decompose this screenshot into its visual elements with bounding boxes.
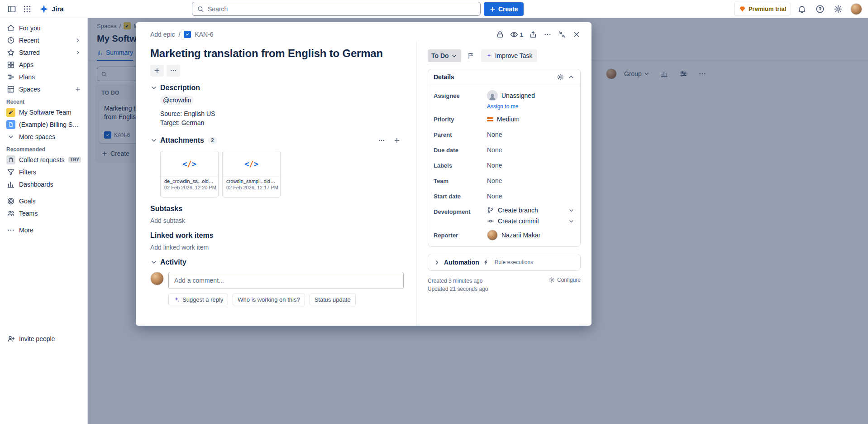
- issue-main-pane: Marketing translation from English to Ge…: [136, 41, 416, 326]
- due-date-value[interactable]: None: [487, 146, 502, 154]
- sidebar-item-starred[interactable]: Starred: [4, 46, 84, 58]
- field-row-parent: Parent None: [428, 127, 580, 142]
- jira-brand[interactable]: Jira: [35, 4, 67, 14]
- improve-task-button[interactable]: Improve Task: [481, 49, 537, 62]
- add-flag-button[interactable]: [465, 49, 477, 62]
- close-icon: [572, 30, 581, 39]
- description-content[interactable]: @crowdin Source: English US Target: Germ…: [160, 96, 404, 127]
- add-epic-button[interactable]: Add epic: [150, 31, 175, 38]
- sidebar-item-label: Spaces: [19, 86, 71, 93]
- sidebar-item-for-you[interactable]: For you: [4, 22, 84, 34]
- collapse-modal-button[interactable]: [555, 28, 569, 41]
- configure-button[interactable]: Configure: [548, 277, 581, 283]
- chevron-down-icon: [7, 133, 14, 140]
- spaces-icon: [7, 85, 15, 93]
- profile-button[interactable]: [849, 2, 863, 16]
- automation-panel[interactable]: Automation Rule executions: [428, 254, 581, 271]
- issue-title[interactable]: Marketing translation from English to Ge…: [150, 47, 404, 60]
- automation-heading: Automation: [444, 259, 479, 266]
- sidebar-toggle-button[interactable]: [5, 2, 19, 16]
- premium-diamond-icon: [739, 5, 746, 12]
- comment-input[interactable]: [168, 272, 404, 289]
- attachments-header[interactable]: Attachments 2: [150, 135, 404, 146]
- sidebar-item-more[interactable]: More: [4, 224, 84, 236]
- details-panel-header[interactable]: Details: [428, 69, 580, 85]
- labels-value[interactable]: None: [487, 162, 502, 169]
- people-icon: [7, 209, 15, 217]
- attachment-date: 02 Feb 2026, 12:17 PM: [226, 185, 277, 190]
- create-button[interactable]: Create: [484, 2, 524, 16]
- status-update-button[interactable]: Status update: [310, 294, 356, 305]
- add-attachment-button[interactable]: [390, 135, 404, 146]
- mention-crowdin[interactable]: @crowdin: [160, 96, 194, 105]
- status-dropdown[interactable]: To Do: [428, 49, 461, 62]
- attachment-card[interactable]: </> crowdin_sampl...oid.xml 02 Feb 2026,…: [222, 151, 281, 198]
- add-space-icon[interactable]: [75, 86, 81, 92]
- add-linked-work-item-button[interactable]: Add linked work item: [150, 244, 404, 251]
- quick-more-button[interactable]: [167, 65, 180, 77]
- invite-people-button[interactable]: Invite people: [4, 332, 84, 345]
- reporter-label: Reporter: [434, 232, 487, 239]
- attachment-card[interactable]: </> de_crowdin_sa...oid.xml 02 Feb 2026,…: [160, 151, 219, 198]
- reporter-value[interactable]: Nazarii Makar: [487, 230, 540, 241]
- close-modal-button[interactable]: [570, 28, 583, 41]
- sidebar-item-goals[interactable]: Goals: [4, 195, 84, 207]
- assignee-value[interactable]: Unassigned: [487, 90, 535, 101]
- question-circle-icon: [816, 5, 825, 14]
- sidebar-item-apps[interactable]: Apps: [4, 58, 84, 71]
- share-button[interactable]: [526, 28, 540, 41]
- assign-to-me-link[interactable]: Assign to me: [487, 103, 518, 110]
- sidebar-item-label: More: [19, 226, 81, 234]
- watch-button[interactable]: 1: [508, 28, 525, 41]
- chevron-right-icon: [75, 37, 81, 43]
- suggest-reply-button[interactable]: Suggest a reply: [168, 294, 228, 305]
- gear-icon: [834, 5, 843, 14]
- sidebar-item-collect-requests[interactable]: Collect requests TRY: [4, 154, 84, 166]
- chevron-up-icon[interactable]: [568, 73, 575, 81]
- sidebar-space-example-billing[interactable]: (Example) Billing Syste...: [4, 118, 84, 130]
- parent-value[interactable]: None: [487, 131, 502, 138]
- who-is-working-button[interactable]: Who is working on this?: [233, 294, 305, 305]
- sidebar-item-teams[interactable]: Teams: [4, 207, 84, 219]
- sidebar-item-filters[interactable]: Filters: [4, 166, 84, 178]
- global-search-input[interactable]: [208, 5, 476, 13]
- search-icon: [197, 5, 204, 13]
- sidebar-more-spaces[interactable]: More spaces: [4, 130, 84, 143]
- notifications-button[interactable]: [795, 2, 809, 16]
- premium-trial-button[interactable]: Premium trial: [734, 3, 791, 15]
- attachments-heading: Attachments: [160, 136, 204, 145]
- sidebar-item-dashboards[interactable]: Dashboards: [4, 178, 84, 190]
- modal-more-button[interactable]: [541, 28, 554, 41]
- attachments-more-button[interactable]: [375, 135, 388, 146]
- start-date-value[interactable]: None: [487, 193, 502, 200]
- who-is-working-label: Who is working on this?: [238, 296, 300, 303]
- create-branch-button[interactable]: Create branch: [487, 207, 575, 214]
- create-commit-button[interactable]: Create commit: [487, 217, 575, 225]
- activity-header[interactable]: Activity: [150, 258, 404, 266]
- gear-icon[interactable]: [557, 73, 564, 81]
- team-value[interactable]: None: [487, 177, 502, 184]
- add-subtask-button[interactable]: Add subtask: [150, 217, 404, 224]
- rule-executions-link[interactable]: Rule executions: [495, 259, 533, 265]
- field-row-due-date: Due date None: [428, 142, 580, 158]
- sidebar-item-spaces[interactable]: Spaces: [4, 83, 84, 95]
- sidebar-item-plans[interactable]: Plans: [4, 71, 84, 83]
- sidebar-space-my-software-team[interactable]: My Software Team: [4, 106, 84, 118]
- description-header[interactable]: Description: [150, 84, 404, 92]
- quick-add-button[interactable]: [150, 65, 164, 77]
- star-icon: [7, 48, 15, 57]
- flag-icon: [467, 52, 475, 60]
- linked-work-items-heading: Linked work items: [150, 231, 404, 240]
- field-row-development: Development Create branch: [428, 204, 580, 227]
- activity-section: Activity Suggest a reply Who is working …: [150, 258, 404, 305]
- help-button[interactable]: [813, 2, 827, 16]
- priority-value[interactable]: Medium: [487, 116, 520, 123]
- global-search[interactable]: [192, 2, 481, 16]
- issue-key-link[interactable]: KAN-6: [195, 31, 213, 38]
- app-switcher-button[interactable]: [20, 2, 34, 16]
- attachment-date: 02 Feb 2026, 12:20 PM: [164, 185, 215, 190]
- field-row-team: Team None: [428, 173, 580, 188]
- settings-button[interactable]: [831, 2, 845, 16]
- restrict-access-button[interactable]: [493, 28, 507, 41]
- sidebar-item-recent[interactable]: Recent: [4, 34, 84, 46]
